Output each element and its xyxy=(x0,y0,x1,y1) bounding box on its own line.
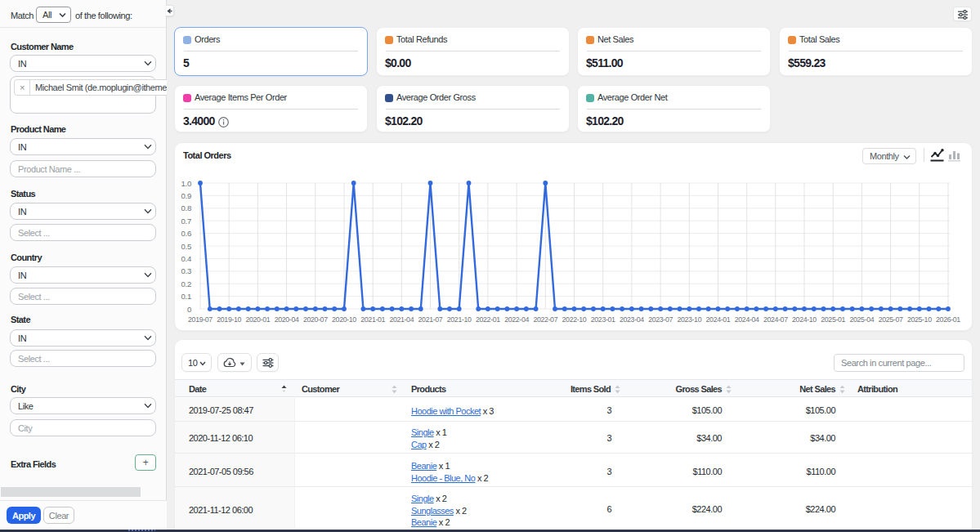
svg-text:2021-01: 2021-01 xyxy=(360,315,385,324)
svg-text:2023-10: 2023-10 xyxy=(677,315,701,324)
svg-text:0.5: 0.5 xyxy=(181,242,191,251)
svg-text:2022-07: 2022-07 xyxy=(533,315,557,324)
svg-text:2025-10: 2025-10 xyxy=(907,315,932,324)
svg-text:2019-10: 2019-10 xyxy=(217,315,241,324)
svg-text:0.2: 0.2 xyxy=(181,279,191,288)
svg-text:2021-07: 2021-07 xyxy=(418,315,443,324)
svg-text:0.4: 0.4 xyxy=(181,254,192,263)
svg-text:0.7: 0.7 xyxy=(181,217,191,226)
svg-text:1.0: 1.0 xyxy=(181,179,191,188)
svg-text:2024-04: 2024-04 xyxy=(735,315,759,324)
svg-text:2023-01: 2023-01 xyxy=(591,315,615,324)
svg-text:2025-04: 2025-04 xyxy=(849,315,874,324)
svg-text:2024-10: 2024-10 xyxy=(792,315,817,324)
svg-text:2020-01: 2020-01 xyxy=(245,315,270,324)
svg-text:2023-04: 2023-04 xyxy=(620,315,644,324)
svg-text:2020-04: 2020-04 xyxy=(275,315,299,324)
svg-text:2022-04: 2022-04 xyxy=(504,315,529,324)
svg-text:2023-07: 2023-07 xyxy=(648,315,673,324)
svg-text:2021-04: 2021-04 xyxy=(389,315,414,324)
svg-text:2025-01: 2025-01 xyxy=(821,315,845,324)
svg-text:2021-10: 2021-10 xyxy=(447,315,472,324)
svg-text:2020-10: 2020-10 xyxy=(332,315,356,324)
svg-text:2022-01: 2022-01 xyxy=(476,315,500,324)
svg-text:0: 0 xyxy=(187,305,191,314)
svg-text:2026-01: 2026-01 xyxy=(936,315,960,324)
svg-text:2022-10: 2022-10 xyxy=(562,315,587,324)
svg-text:0.6: 0.6 xyxy=(181,229,191,238)
svg-text:2024-07: 2024-07 xyxy=(763,315,788,324)
svg-text:2024-01: 2024-01 xyxy=(706,315,731,324)
svg-text:0.1: 0.1 xyxy=(181,292,191,301)
svg-text:0.3: 0.3 xyxy=(181,266,191,275)
svg-text:0.8: 0.8 xyxy=(181,203,191,212)
svg-text:2025-07: 2025-07 xyxy=(879,315,903,324)
svg-text:2020-07: 2020-07 xyxy=(303,315,328,324)
svg-text:0.9: 0.9 xyxy=(181,191,191,200)
svg-text:2019-07: 2019-07 xyxy=(188,315,213,324)
